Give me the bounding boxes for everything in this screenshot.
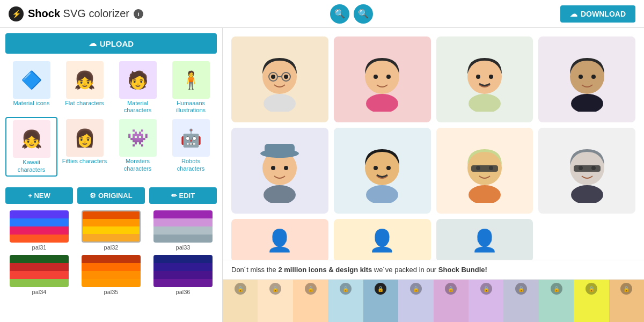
promo-mid: we´ve packed in our [372, 266, 438, 274]
header: ⚡ Shock SVG colorizer i 🔍 🔍 ☁ DOWNLOAD [0, 0, 644, 28]
svg-point-3 [284, 75, 288, 79]
swatch-color [10, 235, 69, 243]
svg-rect-22 [265, 144, 295, 155]
main-layout: ☁ UPLOAD 🔷Material icons👧Flat characters… [0, 28, 644, 322]
character-item-partial-2[interactable]: 👤 [436, 219, 533, 260]
upload-icon: ☁ [89, 39, 97, 48]
brand-rest: SVG colorizer [60, 8, 129, 19]
svg-point-18 [591, 75, 596, 79]
icon-label-material-icons: Material icons [13, 100, 50, 107]
swatch-color [153, 210, 213, 218]
palette-name-pal35: pal35 [104, 289, 119, 295]
color-slot-1[interactable]: 🔒 [258, 280, 292, 322]
swatch-color [153, 279, 213, 287]
sidebar-item-material-icons[interactable]: 🔷Material icons [5, 59, 57, 116]
icon-label-robots-characters: Robots characters [167, 158, 215, 172]
swatch-color [153, 226, 213, 235]
sidebar-item-robots-characters[interactable]: 🤖Robots characters [165, 117, 217, 176]
svg-point-27 [374, 166, 378, 170]
palette-grid: pal31pal32pal33pal34pal35pal36 [5, 210, 217, 295]
svg-point-13 [476, 75, 480, 79]
palette-btn-new[interactable]: + NEW [5, 187, 73, 204]
icon-label-material-characters: Material characters [114, 100, 162, 114]
color-slot-6[interactable]: 🔒 [434, 280, 469, 322]
palette-item-pal35[interactable]: pal35 [77, 255, 145, 295]
character-item-6[interactable] [436, 128, 533, 214]
sidebar-item-kawaii-characters[interactable]: 👧Kawaii characters [5, 117, 57, 176]
character-item-0[interactable] [231, 36, 328, 122]
lock-icon-7: 🔒 [480, 283, 492, 295]
palette-btn-original[interactable]: ⚙ ORIGINAL [77, 187, 145, 204]
palette-btn-edit[interactable]: ✏ EDIT [149, 187, 217, 204]
color-slot-8[interactable]: 🔒 [503, 280, 538, 322]
info-icon[interactable]: i [134, 9, 143, 19]
download-button[interactable]: ☁ DOWNLOAD [560, 5, 635, 23]
sidebar-item-fifties-characters[interactable]: 👩Fifties characters [58, 117, 111, 176]
icon-label-fifties-characters: Fifties characters [62, 158, 107, 165]
svg-point-11 [469, 94, 501, 112]
upload-button[interactable]: ☁ UPLOAD [5, 33, 217, 54]
swatch-color [82, 255, 141, 263]
palette-item-pal31[interactable]: pal31 [5, 210, 73, 251]
svg-point-7 [366, 94, 398, 112]
promo-bundle: Shock Bundle! [438, 266, 487, 274]
character-item-partial-0[interactable]: 👤 [231, 219, 328, 260]
palette-buttons: + NEW⚙ ORIGINAL✏ EDIT [5, 187, 217, 204]
color-slot-11[interactable]: 🔒 [609, 280, 644, 322]
svg-point-15 [571, 94, 603, 112]
search-button-2[interactable]: 🔍 [354, 4, 373, 24]
swatch-color [82, 279, 141, 287]
color-slot-3[interactable]: 🔒 [328, 280, 363, 322]
color-slot-10[interactable]: 🔒 [574, 280, 609, 322]
svg-point-14 [489, 75, 493, 79]
swatch-color [83, 226, 140, 234]
swatch-color [83, 219, 140, 226]
icon-label-monsters-characters: Monsters characters [114, 158, 162, 172]
sidebar-item-humaaans[interactable]: 🧍Humaaans illustrations [165, 59, 217, 116]
svg-point-28 [386, 166, 391, 170]
character-item-3[interactable] [538, 36, 635, 122]
swatch-color [153, 255, 213, 263]
character-item-1[interactable] [334, 36, 431, 122]
color-slot-5[interactable]: 🔒 [398, 280, 433, 322]
swatch-color [153, 263, 213, 271]
color-slot-2[interactable]: 🔒 [293, 280, 328, 322]
svg-point-19 [264, 185, 296, 203]
palette-name-pal36: pal36 [176, 289, 191, 295]
character-item-partial-1[interactable]: 👤 [334, 219, 431, 260]
swatch-color [10, 255, 69, 263]
header-left: ⚡ Shock SVG colorizer i [9, 6, 143, 21]
sidebar-item-material-characters[interactable]: 🧑Material characters [112, 59, 164, 116]
svg-point-29 [469, 185, 501, 203]
header-center: 🔍 🔍 [330, 4, 373, 24]
swatch-color [10, 263, 69, 271]
download-icon: ☁ [570, 10, 577, 18]
sidebar-item-monsters-characters[interactable]: 👾Monsters characters [112, 117, 164, 176]
swatch-color [82, 263, 141, 271]
download-label: DOWNLOAD [581, 10, 626, 18]
icon-thumb-humaaans: 🧍 [172, 61, 210, 99]
icon-label-kawaii-characters: Kawaii characters [9, 159, 54, 173]
search-button-1[interactable]: 🔍 [330, 4, 349, 24]
color-slot-0[interactable]: 🔒 [223, 280, 258, 322]
palette-item-pal34[interactable]: pal34 [5, 255, 73, 295]
palette-item-pal33[interactable]: pal33 [149, 210, 217, 251]
color-slot-7[interactable]: 🔒 [469, 280, 503, 322]
swatch-color [153, 218, 213, 226]
character-item-4[interactable] [231, 128, 328, 214]
icon-thumb-material-icons: 🔷 [13, 61, 50, 99]
lock-icon-10: 🔒 [586, 283, 597, 295]
character-item-5[interactable] [334, 128, 431, 214]
color-slot-4[interactable]: 🔒 [363, 280, 398, 322]
palette-item-pal32[interactable]: pal32 [77, 210, 145, 251]
character-item-7[interactable] [538, 128, 635, 214]
palette-item-pal36[interactable]: pal36 [149, 255, 217, 295]
color-slot-9[interactable]: 🔒 [539, 280, 574, 322]
icon-thumb-fifties-characters: 👩 [66, 119, 104, 157]
content-area: 👤👤👤 Don´t miss the 2 million icons & des… [223, 28, 644, 322]
sidebar-item-flat-characters[interactable]: 👧Flat characters [58, 59, 111, 116]
character-item-2[interactable] [436, 36, 533, 122]
lock-icon-2: 🔒 [305, 283, 317, 295]
lock-icon-11: 🔒 [620, 283, 632, 295]
lock-icon-3: 🔒 [340, 283, 352, 295]
